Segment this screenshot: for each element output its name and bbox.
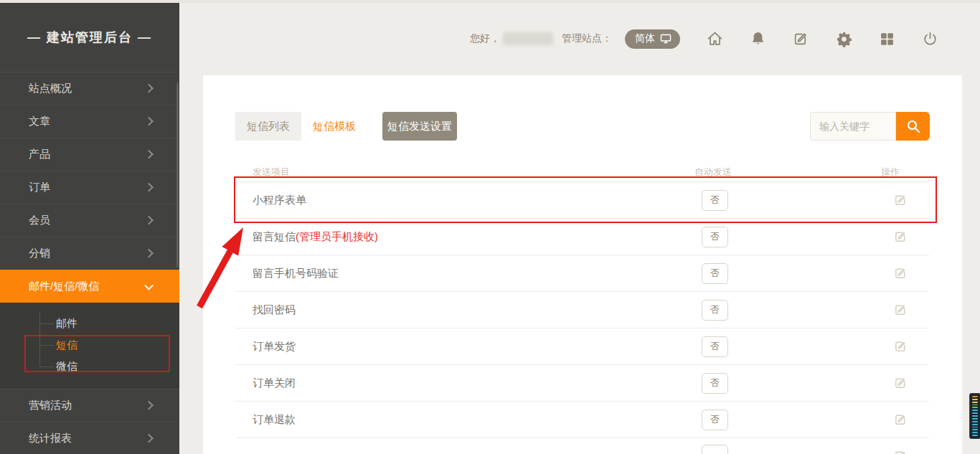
auto-send-toggle[interactable]: 否 <box>702 263 728 284</box>
table-row: 订单发货 否 <box>235 328 929 365</box>
chevron-right-icon <box>144 433 154 443</box>
submenu-item-sms[interactable]: 短信 <box>0 334 179 356</box>
row-label: 留言手机号码验证 <box>253 267 339 279</box>
table-row: 留言手机号码验证 否 <box>235 255 929 292</box>
row-label: 订单发货 <box>253 340 296 352</box>
site-selector-label: 简体 <box>635 32 655 45</box>
greeting-text: 您好， <box>470 32 500 45</box>
submenu-item-label: 微信 <box>56 360 77 374</box>
auto-send-toggle[interactable] <box>702 445 728 454</box>
auto-send-toggle[interactable]: 否 <box>702 300 728 321</box>
content-card: 短信列表 短信模板 短信发送设置 发送项目 自动发送 操作 <box>203 75 962 454</box>
submenu-item-mail[interactable]: 邮件 <box>0 313 179 334</box>
apps-grid-icon[interactable] <box>879 31 895 47</box>
edit-icon[interactable] <box>881 303 929 317</box>
table-row: 订单关闭 否 <box>235 365 929 402</box>
sidebar-item-articles[interactable]: 文章 <box>0 105 179 138</box>
column-header-auto-send: 自动发送 <box>694 166 881 179</box>
topbar: 您好， 管理站点： 简体 <box>470 27 938 50</box>
sidebar-item-products[interactable]: 产品 <box>0 138 179 171</box>
logout-power-icon[interactable] <box>922 31 938 47</box>
submenu-item-wechat[interactable]: 微信 <box>0 356 179 377</box>
sidebar-title: — 建站管理后台 — <box>0 3 179 72</box>
row-label: 订单退款 <box>253 413 296 425</box>
auto-send-toggle[interactable]: 否 <box>702 227 728 247</box>
sidebar-scrollbar[interactable] <box>176 82 179 268</box>
column-header-actions: 操作 <box>881 166 929 179</box>
home-icon[interactable] <box>707 31 723 47</box>
row-label-red: (管理员手机接收) <box>296 230 378 242</box>
chevron-right-icon <box>144 182 154 191</box>
sidebar-item-label: 文章 <box>29 115 50 128</box>
row-label: 留言短信 <box>253 230 296 242</box>
site-selector-pill[interactable]: 简体 <box>625 29 680 49</box>
search-icon <box>905 118 921 134</box>
chevron-right-icon <box>144 248 154 257</box>
table-row: 留言短信(管理员手机接收) 否 <box>235 219 929 255</box>
column-header-send-item: 发送项目 <box>235 166 694 179</box>
submenu-item-label: 短信 <box>56 339 77 352</box>
sidebar-item-mail-sms-wechat[interactable]: 邮件/短信/微信 <box>0 270 179 303</box>
auto-send-toggle[interactable]: 否 <box>702 336 728 357</box>
manage-site-label: 管理站点： <box>562 32 612 45</box>
edit-icon[interactable] <box>881 450 929 454</box>
table-header: 发送项目 自动发送 操作 <box>235 163 929 182</box>
sidebar-item-label: 营销活动 <box>29 399 72 412</box>
sidebar-item-members[interactable]: 会员 <box>0 204 179 237</box>
search-group <box>810 112 930 141</box>
tree-line <box>39 323 54 324</box>
username-redacted <box>503 32 553 45</box>
sidebar-item-label: 站点概况 <box>29 82 72 95</box>
edit-icon[interactable] <box>881 267 929 280</box>
table-row: 订单退款 否 <box>235 402 929 438</box>
table-row: 小程序表单 否 <box>235 182 929 219</box>
sidebar-item-label: 会员 <box>29 214 50 227</box>
sidebar-item-label: 分销 <box>29 247 50 260</box>
row-label: 小程序表单 <box>253 194 306 206</box>
row-label: 找回密码 <box>253 303 296 316</box>
chevron-right-icon <box>144 400 154 410</box>
sidebar-item-distribution[interactable]: 分销 <box>0 237 179 270</box>
search-button[interactable] <box>896 112 930 141</box>
audio-level-meter <box>969 393 980 439</box>
edit-icon[interactable] <box>881 230 929 244</box>
chevron-right-icon <box>144 83 154 93</box>
sidebar-item-label: 产品 <box>29 148 50 161</box>
notifications-bell-icon[interactable] <box>750 31 766 47</box>
sidebar-item-marketing[interactable]: 营销活动 <box>0 389 179 422</box>
settings-gear-icon[interactable] <box>836 31 852 47</box>
chevron-right-icon <box>144 215 154 224</box>
sidebar-item-statistics[interactable]: 统计报表 <box>0 422 179 454</box>
sidebar-item-label: 邮件/短信/微信 <box>29 280 99 293</box>
sidebar-item-label: 统计报表 <box>29 432 72 445</box>
tree-line <box>39 345 54 346</box>
submenu-item-label: 邮件 <box>56 317 77 331</box>
tab-sms-template[interactable]: 短信模板 <box>301 112 367 141</box>
row-label: 订单关闭 <box>253 377 296 389</box>
auto-send-toggle[interactable]: 否 <box>702 373 728 394</box>
edit-icon[interactable] <box>881 194 929 207</box>
sidebar-item-label: 订单 <box>29 181 50 194</box>
monitor-icon <box>660 34 672 44</box>
chevron-down-icon <box>144 280 154 290</box>
auto-send-toggle[interactable]: 否 <box>702 410 728 430</box>
auto-send-toggle[interactable]: 否 <box>702 190 728 211</box>
sidebar-item-orders[interactable]: 订单 <box>0 171 179 204</box>
tree-line <box>39 366 54 367</box>
sidebar-submenu: 邮件 短信 微信 <box>0 303 179 389</box>
edit-icon[interactable] <box>793 31 809 47</box>
edit-icon[interactable] <box>881 413 929 427</box>
table-row-partial <box>235 438 929 454</box>
sms-send-settings-button[interactable]: 短信发送设置 <box>382 112 457 141</box>
tab-sms-list[interactable]: 短信列表 <box>235 112 301 141</box>
sidebar: — 建站管理后台 — 站点概况 文章 产品 订单 会员 分销 邮件/短信/微信 <box>0 3 179 454</box>
edit-icon[interactable] <box>881 340 929 354</box>
edit-icon[interactable] <box>881 377 929 390</box>
toolbar: 短信列表 短信模板 短信发送设置 <box>235 112 930 141</box>
search-input[interactable] <box>810 112 896 141</box>
tab-label: 短信列表 <box>247 120 290 133</box>
app-window: — 建站管理后台 — 站点概况 文章 产品 订单 会员 分销 邮件/短信/微信 <box>0 0 980 454</box>
sms-template-table: 发送项目 自动发送 操作 小程序表单 否 留言短信(管理员手机接收) 否 留言手… <box>235 163 929 454</box>
chevron-right-icon <box>144 149 154 159</box>
sidebar-item-site-overview[interactable]: 站点概况 <box>0 72 179 105</box>
